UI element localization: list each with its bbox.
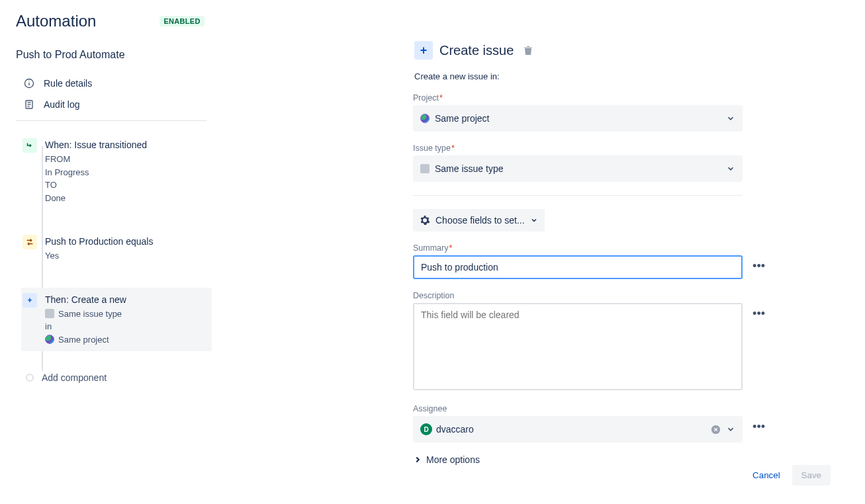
add-component-label: Add component — [42, 372, 107, 383]
gear-icon — [420, 215, 430, 226]
field-choose-fields: Choose fields to set... — [413, 209, 817, 231]
panel-title: Create issue — [439, 43, 514, 58]
condition-icon — [23, 235, 37, 249]
svg-point-2 — [28, 81, 29, 81]
chevron-down-icon — [726, 164, 735, 173]
nav-audit-log-label: Audit log — [44, 99, 79, 110]
nav-audit-log[interactable]: Audit log — [16, 94, 387, 115]
field-issue-type: Issue type* Same issue type — [413, 144, 817, 182]
trigger-from-label: FROM — [45, 153, 147, 166]
divider — [16, 120, 206, 121]
more-options[interactable]: More options — [413, 454, 817, 465]
action-project: Same project — [58, 333, 109, 347]
condition-title: Push to Production equals — [45, 236, 153, 247]
panel-icon: + — [414, 41, 433, 60]
issue-type-select-value: Same issue type — [435, 163, 504, 174]
action-in-label: in — [45, 320, 126, 333]
issue-type-select-icon — [420, 164, 430, 173]
project-select-value: Same project — [435, 113, 489, 124]
chevron-down-icon — [726, 425, 735, 434]
rule-name: Push to Prod Automate — [16, 49, 387, 61]
add-component-icon — [26, 374, 34, 382]
summary-input[interactable] — [413, 255, 743, 279]
nav-rule-details[interactable]: Rule details — [16, 73, 387, 94]
trigger-to-value: Done — [45, 192, 147, 205]
field-description: Description ••• — [413, 291, 743, 392]
trigger-from-value: In Progress — [45, 166, 147, 179]
chevron-down-icon — [530, 216, 538, 224]
log-icon — [24, 99, 34, 110]
issue-type-select[interactable]: Same issue type — [413, 155, 743, 182]
description-label: Description — [413, 291, 743, 300]
save-button[interactable]: Save — [792, 465, 831, 485]
assignee-select[interactable]: D dvaccaro — [413, 416, 743, 442]
rule-step-condition[interactable]: Push to Production equals Yes — [21, 230, 387, 268]
avatar: D — [420, 423, 432, 435]
page-title: Automation — [16, 12, 96, 30]
summary-label: Summary* — [413, 243, 743, 253]
more-options-label: More options — [426, 454, 480, 465]
trigger-icon — [23, 138, 37, 153]
project-select-icon — [420, 114, 430, 123]
more-icon[interactable]: ••• — [752, 307, 765, 321]
more-icon[interactable]: ••• — [752, 259, 765, 273]
action-icon: + — [23, 293, 37, 308]
footer: Cancel Save — [749, 465, 831, 485]
project-label: Project* — [413, 93, 817, 103]
issue-type-icon — [45, 309, 54, 318]
choose-fields-button[interactable]: Choose fields to set... — [413, 209, 545, 231]
assignee-value: dvaccaro — [436, 424, 474, 435]
field-project: Project* Same project — [413, 93, 817, 132]
rule-step-action[interactable]: + Then: Create a new Same issue type in … — [21, 288, 212, 352]
rule-step-trigger[interactable]: When: Issue transitioned FROM In Progres… — [21, 133, 387, 210]
trigger-to-label: TO — [45, 179, 147, 192]
condition-value: Yes — [45, 249, 153, 263]
description-input[interactable] — [413, 303, 743, 390]
form-divider — [413, 195, 743, 196]
action-title: Then: Create a new — [45, 294, 126, 305]
panel-helper: Create a new issue in: — [414, 71, 817, 81]
info-icon — [24, 78, 34, 89]
choose-fields-label: Choose fields to set... — [435, 215, 525, 226]
trigger-title: When: Issue transitioned — [45, 140, 147, 150]
add-component[interactable]: Add component — [21, 366, 387, 391]
project-icon — [45, 335, 54, 344]
project-select[interactable]: Same project — [413, 105, 743, 132]
more-icon[interactable]: ••• — [752, 420, 765, 434]
chevron-right-icon — [413, 455, 422, 464]
clear-icon[interactable] — [711, 425, 721, 435]
nav-rule-details-label: Rule details — [44, 78, 92, 89]
chevron-down-icon — [726, 114, 735, 123]
trash-icon[interactable] — [523, 45, 533, 56]
assignee-label: Assignee — [413, 404, 743, 413]
cancel-button[interactable]: Cancel — [749, 465, 784, 485]
field-assignee: Assignee D dvaccaro ••• — [413, 404, 743, 442]
status-badge: ENABLED — [159, 16, 204, 26]
issue-type-label: Issue type* — [413, 144, 817, 153]
action-issue-type: Same issue type — [58, 308, 122, 321]
field-summary: Summary* ••• — [413, 243, 743, 279]
